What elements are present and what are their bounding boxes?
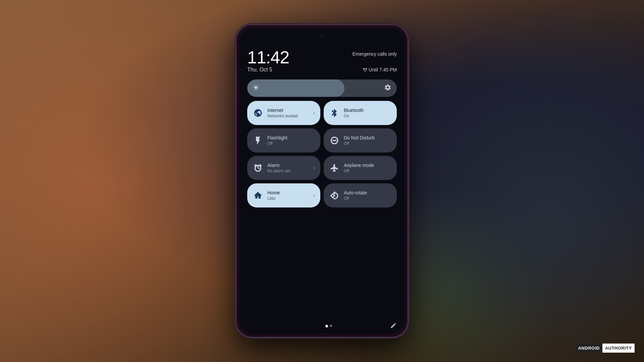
internet-tile[interactable]: Internet Networks availab ›: [247, 101, 320, 125]
bluetooth-tile[interactable]: Bluetooth On: [324, 101, 397, 125]
home-icon: [253, 190, 263, 201]
autorotate-tile-text: Auto-rotate Off: [344, 190, 391, 201]
date-text: Thu, Oct 5: [247, 67, 272, 73]
flashlight-tile[interactable]: Flashlight Off: [247, 128, 320, 153]
phone-screen: 11:42 Emergency calls only Thu, Oct 5 Un…: [239, 28, 405, 334]
alarm-icon: [363, 68, 367, 72]
home-tile-text: Home Lititz: [267, 190, 309, 201]
tiles-row-3: Alarm No alarm set › Airplane mode: [247, 156, 397, 180]
home-chevron: ›: [313, 192, 315, 198]
brightness-slider[interactable]: [247, 79, 397, 97]
brightness-fill: [247, 79, 344, 97]
flashlight-title: Flashlight: [267, 135, 315, 141]
autorotate-tile[interactable]: Auto-rotate Off: [324, 183, 397, 207]
bluetooth-subtitle: On: [344, 114, 391, 118]
bluetooth-icon: [329, 108, 340, 118]
airplane-title: Airplane mode: [344, 163, 391, 168]
dnd-subtitle: Off: [344, 141, 391, 146]
dnd-tile[interactable]: Do Not Disturb Off: [324, 128, 397, 153]
settings-icon[interactable]: [384, 84, 391, 93]
page-dot-1: [325, 325, 328, 327]
brightness-icon: [253, 84, 259, 93]
internet-chevron: ›: [313, 110, 315, 116]
page-dots: [312, 325, 332, 327]
alarm-until-text: Until 7:45 PM: [369, 67, 397, 72]
dnd-tile-text: Do Not Disturb Off: [344, 135, 391, 146]
airplane-tile[interactable]: Airplane mode Off: [324, 156, 397, 180]
autorotate-icon: [329, 190, 340, 201]
alarm-tile-icon: [253, 163, 263, 173]
date-row: Thu, Oct 5 Until 7:45 PM: [247, 67, 397, 73]
bluetooth-tile-text: Bluetooth On: [344, 108, 391, 118]
alarm-tile-text: Alarm No alarm set: [267, 163, 309, 173]
internet-icon: [253, 108, 263, 118]
edit-button[interactable]: [390, 322, 397, 330]
power-button: [408, 92, 409, 112]
watermark-android-text: ANDROID: [575, 344, 602, 353]
flashlight-icon: [253, 135, 263, 146]
airplane-icon: [329, 163, 340, 173]
internet-tile-text: Internet Networks availab: [267, 108, 309, 118]
flashlight-tile-text: Flashlight Off: [267, 135, 315, 146]
bottom-navigation: [239, 325, 405, 327]
internet-title: Internet: [267, 108, 309, 113]
autorotate-subtitle: Off: [344, 196, 391, 201]
volume-up-button: [235, 105, 236, 138]
airplane-tile-text: Airplane mode Off: [344, 163, 391, 173]
home-tile[interactable]: Home Lititz ›: [247, 183, 320, 207]
home-title: Home: [267, 190, 309, 196]
autorotate-title: Auto-rotate: [344, 190, 391, 196]
camera-notch: [320, 33, 324, 38]
alarm-time-info: Until 7:45 PM: [363, 67, 397, 72]
tiles-row-4: Home Lititz › Auto-rotate: [247, 183, 397, 207]
clock-time: 11:42: [247, 49, 289, 66]
flashlight-subtitle: Off: [267, 141, 315, 146]
tiles-row-1: Internet Networks availab › Bluetooth: [247, 101, 397, 125]
quick-settings-grid: Internet Networks availab › Bluetooth: [247, 101, 397, 207]
home-subtitle: Lititz: [267, 196, 309, 201]
phone-device: 11:42 Emergency calls only Thu, Oct 5 Un…: [235, 23, 409, 339]
phone-frame: 11:42 Emergency calls only Thu, Oct 5 Un…: [235, 23, 409, 339]
internet-subtitle: Networks availab: [267, 114, 309, 118]
watermark: ANDROID AUTHORITY: [575, 344, 635, 353]
volume-button: [408, 118, 409, 148]
alarm-tile[interactable]: Alarm No alarm set ›: [247, 156, 320, 180]
alarm-title: Alarm: [267, 163, 309, 168]
alarm-subtitle: No alarm set: [267, 169, 309, 173]
notification-panel: 11:42 Emergency calls only Thu, Oct 5 Un…: [239, 28, 405, 334]
airplane-subtitle: Off: [344, 169, 391, 173]
bluetooth-title: Bluetooth: [344, 108, 391, 113]
dnd-title: Do Not Disturb: [344, 135, 391, 141]
time-row: 11:42 Emergency calls only: [247, 49, 397, 66]
time-section: 11:42 Emergency calls only Thu, Oct 5 Un…: [247, 49, 397, 73]
watermark-authority-text: AUTHORITY: [602, 344, 635, 353]
tiles-row-2: Flashlight Off Do Not Disturb Off: [247, 128, 397, 153]
page-dot-2: [330, 325, 332, 327]
emergency-calls-text: Emergency calls only: [353, 51, 397, 57]
alarm-chevron: ›: [313, 165, 315, 171]
dnd-icon: [329, 135, 340, 146]
